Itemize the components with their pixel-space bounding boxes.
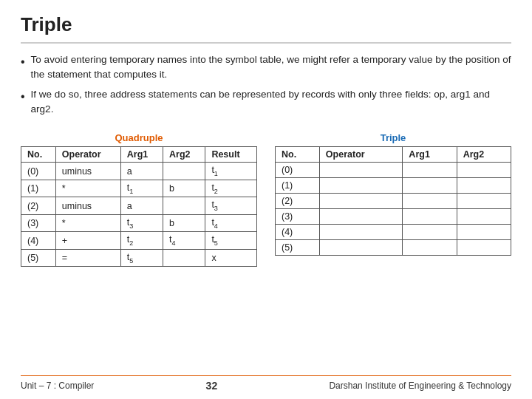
table-cell [403,163,457,178]
t-col-no: No. [276,147,320,163]
table-cell: b [163,214,205,232]
table-cell: a [120,163,163,180]
table-row: (4)+t2t4t5 [21,232,257,250]
table-cell: t3 [120,214,163,232]
table-row: (4) [276,225,511,240]
table-cell: (5) [276,240,320,256]
table-cell: t3 [205,197,257,215]
table-row: (1) [276,178,511,194]
footer-left: Unit – 7 : Compiler [21,381,94,391]
footer-page: 32 [206,380,218,392]
table-cell [457,178,511,194]
table-cell: uminus [55,163,120,180]
page-title: Triple [21,13,511,44]
table-cell [403,240,457,256]
table-cell: t1 [120,180,163,197]
triple-block: Triple No. Operator Arg1 Arg2 (0)(1)(2)(… [275,132,511,267]
t-col-operator: Operator [319,147,403,163]
table-row: (5) [276,240,511,256]
triple-title: Triple [275,132,511,143]
table-cell: x [205,249,257,267]
table-cell: b [163,180,205,197]
table-cell [319,163,403,178]
table-cell: * [55,214,120,232]
bullet-dot-2: • [21,88,25,105]
table-cell [457,225,511,240]
table-cell [163,249,205,267]
table-cell: t4 [205,214,257,232]
table-cell [163,163,205,180]
table-cell: t4 [163,232,205,250]
table-row: (2)uminusat3 [21,197,257,215]
table-row: (3)*t3bt4 [21,214,257,232]
quadruple-title: Quadruple [21,132,257,143]
bullet-1-text: To avoid entering temporary names into t… [31,52,511,81]
table-cell: t5 [120,249,163,267]
t-col-arg1: Arg1 [403,147,457,163]
table-cell [319,240,403,256]
table-cell: (4) [21,232,56,250]
table-cell [457,163,511,178]
table-cell: t2 [120,232,163,250]
page: Triple • To avoid entering temporary nam… [0,0,532,399]
table-cell [319,178,403,194]
table-cell: (3) [276,209,320,225]
t-col-arg2: Arg2 [457,147,511,163]
table-cell [403,194,457,209]
table-row: (1)*t1bt2 [21,180,257,197]
table-cell: * [55,180,120,197]
table-cell: (0) [276,163,320,178]
table-row: (0)uminusat1 [21,163,257,180]
bullet-2-text: If we do so, three address statements ca… [31,87,511,116]
table-cell: t2 [205,180,257,197]
quadruple-header-row: No. Operator Arg1 Arg2 Result [21,147,257,163]
table-cell: t5 [205,232,257,250]
triple-header-row: No. Operator Arg1 Arg2 [276,147,511,163]
bullet-2: • If we do so, three address statements … [21,87,511,116]
table-row: (5)=t5x [21,249,257,267]
q-col-operator: Operator [55,147,120,163]
table-cell [403,178,457,194]
q-col-arg2: Arg2 [163,147,205,163]
q-col-no: No. [21,147,56,163]
footer-right: Darshan Institute of Engineering & Techn… [329,381,511,391]
table-cell [457,194,511,209]
table-cell [403,225,457,240]
table-cell: (5) [21,249,56,267]
bullet-1: • To avoid entering temporary names into… [21,52,511,81]
bullets-section: • To avoid entering temporary names into… [21,52,511,122]
table-cell: (1) [21,180,56,197]
table-cell: (4) [276,225,320,240]
triple-table: No. Operator Arg1 Arg2 (0)(1)(2)(3)(4)(5… [275,146,511,256]
quadruple-table: No. Operator Arg1 Arg2 Result (0)uminusa… [21,146,257,267]
footer: Unit – 7 : Compiler 32 Darshan Institute… [21,375,511,392]
tables-row: Quadruple No. Operator Arg1 Arg2 Result … [21,132,511,267]
bullet-dot-1: • [21,53,25,70]
table-cell: (0) [21,163,56,180]
table-cell [319,209,403,225]
table-row: (2) [276,194,511,209]
quadruple-block: Quadruple No. Operator Arg1 Arg2 Result … [21,132,257,267]
table-cell: t1 [205,163,257,180]
q-col-result: Result [205,147,257,163]
table-cell: (2) [276,194,320,209]
q-col-arg1: Arg1 [120,147,163,163]
table-cell: (3) [21,214,56,232]
table-cell [457,209,511,225]
table-cell [403,209,457,225]
table-cell [319,225,403,240]
table-cell: = [55,249,120,267]
table-cell: uminus [55,197,120,215]
table-cell: (1) [276,178,320,194]
table-cell: a [120,197,163,215]
table-cell [319,194,403,209]
table-cell [163,197,205,215]
table-cell [457,240,511,256]
table-row: (3) [276,209,511,225]
table-cell: (2) [21,197,56,215]
table-row: (0) [276,163,511,178]
table-cell: + [55,232,120,250]
